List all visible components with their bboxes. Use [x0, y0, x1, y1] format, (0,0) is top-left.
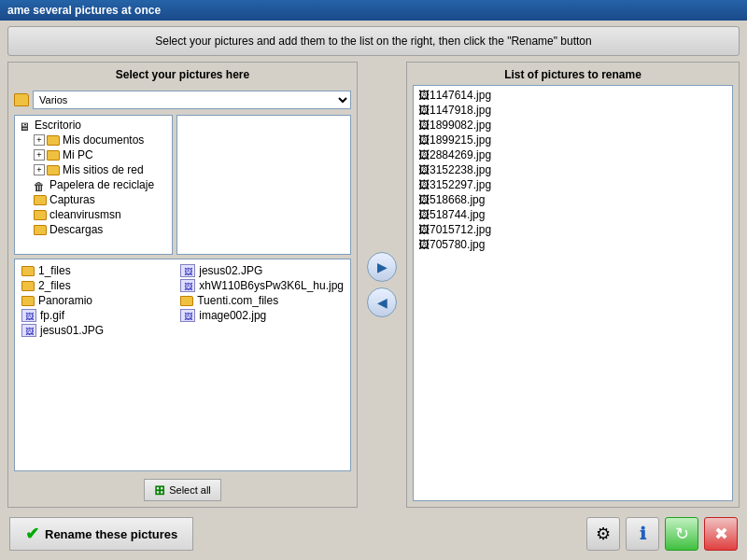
- rename-item-label-10: 7015712.jpg: [430, 223, 491, 236]
- tree-item-misdoc[interactable]: + Mis documentos: [17, 133, 170, 147]
- rename-item-1[interactable]: 🖼 1147614.jpg: [416, 88, 730, 103]
- file-icon-r2: 🖼: [418, 104, 430, 117]
- rename-item-label-11: 705780.jpg: [430, 238, 485, 251]
- rename-list: 🖼 1147614.jpg 🖼 1147918.jpg 🖼 1899082.jp…: [413, 85, 733, 501]
- file-item-tuenti[interactable]: Tuenti.com_files: [177, 293, 346, 308]
- right-panel-title: List of pictures to rename: [413, 68, 733, 85]
- expand-icon-mipc[interactable]: +: [34, 149, 45, 161]
- file-icon-image002: 🖼: [180, 309, 195, 322]
- select-all-button[interactable]: ⊞ Select all: [144, 479, 221, 501]
- folder-file-icon-pan: [21, 296, 35, 306]
- rename-item-label-3: 1899082.jpg: [430, 119, 491, 132]
- add-to-list-button[interactable]: ▶: [367, 252, 397, 282]
- rename-item-5[interactable]: 🖼 2884269.jpg: [416, 147, 730, 162]
- close-button[interactable]: ✖: [704, 517, 738, 551]
- rename-item-2[interactable]: 🖼 1147918.jpg: [416, 103, 730, 118]
- instruction-text: Select your pictures and add them to the…: [155, 35, 591, 48]
- tree-and-preview: 🖥 Escritorio + Mis documentos + Mi PC: [14, 115, 351, 255]
- add-arrow-icon: ▶: [377, 259, 388, 274]
- file-item-1files[interactable]: 1_files: [19, 263, 177, 278]
- rename-item-label-1: 1147614.jpg: [430, 89, 491, 102]
- tree-item-mipc[interactable]: + Mi PC: [17, 147, 170, 162]
- select-all-label: Select all: [169, 484, 211, 496]
- right-panel: List of pictures to rename 🖼 1147614.jpg…: [406, 62, 740, 508]
- tree-label-missitios: Mis sitios de red: [63, 163, 144, 176]
- file-icon-r7: 🖼: [418, 178, 430, 191]
- settings-icon: ⚙: [596, 524, 611, 544]
- tree-item-descargas[interactable]: Descargas: [17, 222, 170, 237]
- folder-icon-missitios: [47, 165, 60, 175]
- main-container: Select your pictures and add them to the…: [0, 21, 747, 560]
- file-name-1files: 1_files: [38, 264, 71, 277]
- bottom-bar: ✔ Rename these pictures ⚙ ℹ ↻ ✖: [7, 513, 740, 553]
- folder-file-icon: [21, 266, 35, 276]
- bottom-icons: ⚙ ℹ ↻ ✖: [586, 517, 738, 551]
- rename-item-11[interactable]: 🖼 705780.jpg: [416, 237, 730, 252]
- file-item-panoramio[interactable]: Panoramio: [19, 293, 177, 308]
- folder-icon-mipc: [47, 150, 60, 161]
- settings-button[interactable]: ⚙: [586, 517, 620, 551]
- tree-item-escritorio[interactable]: 🖥 Escritorio: [17, 118, 170, 133]
- file-icon-r5: 🖼: [418, 148, 430, 161]
- preview-box: [176, 115, 351, 255]
- file-icon-xhw: 🖼: [180, 279, 195, 292]
- file-name-2files: 2_files: [38, 279, 71, 292]
- tree-label-cleanvirus: cleanvirusmsn: [49, 208, 121, 221]
- file-icon-r9: 🖼: [418, 208, 430, 221]
- remove-arrow-icon: ◀: [377, 295, 388, 310]
- info-button[interactable]: ℹ: [626, 517, 659, 551]
- tree-label-papelera: Papelera de reciclaje: [49, 178, 154, 191]
- file-icon-r4: 🖼: [418, 133, 430, 147]
- file-item-fp[interactable]: 🖼 fp.gif: [19, 308, 177, 323]
- rename-item-10[interactable]: 🖼 7015712.jpg: [416, 222, 730, 237]
- rename-pictures-button[interactable]: ✔ Rename these pictures: [9, 517, 193, 551]
- file-icon-r1: 🖼: [418, 89, 430, 102]
- tree-label-escritorio: Escritorio: [35, 119, 81, 132]
- file-item-2files[interactable]: 2_files: [19, 278, 177, 293]
- file-name-tuenti: Tuenti.com_files: [197, 294, 278, 307]
- refresh-button[interactable]: ↻: [665, 517, 698, 551]
- file-icon-r11: 🖼: [418, 238, 430, 251]
- refresh-icon: ↻: [675, 524, 689, 544]
- content-area: Select your pictures here Varios 🖥 Escri…: [7, 62, 740, 508]
- rename-item-8[interactable]: 🖼 518668.jpg: [416, 192, 730, 207]
- file-icon-fp: 🖼: [21, 309, 36, 322]
- tree-label-capturas: Capturas: [49, 193, 95, 206]
- file-item-jesus01[interactable]: 🖼 jesus01.JPG: [19, 323, 177, 338]
- file-item-xhw[interactable]: 🖼 xhW110B6ysPw3K6L_hu.jpg: [177, 278, 346, 293]
- tree-area: 🖥 Escritorio + Mis documentos + Mi PC: [14, 115, 173, 255]
- file-name-xhw: xhW110B6ysPw3K6L_hu.jpg: [199, 279, 344, 292]
- left-panel: Select your pictures here Varios 🖥 Escri…: [7, 62, 358, 508]
- tree-item-missitios[interactable]: + Mis sitios de red: [17, 162, 170, 177]
- file-icon-r6: 🖼: [418, 163, 430, 176]
- folder-dropdown-area: Varios: [14, 89, 351, 111]
- expand-icon-misdoc[interactable]: +: [34, 134, 45, 146]
- rename-item-7[interactable]: 🖼 3152297.jpg: [416, 177, 730, 192]
- tree-label-mipc: Mi PC: [63, 148, 93, 161]
- rename-item-label-8: 518668.jpg: [430, 193, 485, 206]
- rename-item-9[interactable]: 🖼 518744.jpg: [416, 207, 730, 222]
- rename-item-label-7: 3152297.jpg: [430, 178, 491, 191]
- trash-icon: 🗑: [34, 180, 47, 190]
- folder-icon: [14, 93, 29, 106]
- tree-item-cleanvirus[interactable]: cleanvirusmsn: [17, 207, 170, 222]
- tree-item-papelera[interactable]: 🗑 Papelera de reciclaje: [17, 177, 170, 192]
- rename-item-4[interactable]: 🖼 1899215.jpg: [416, 133, 730, 147]
- title-bar: ame several pictures at once: [0, 0, 747, 21]
- files-list-area: 1_files 🖼 jesus02.JPG 2_files 🖼 xhW110B6…: [14, 259, 351, 471]
- file-item-image002[interactable]: 🖼 image002.jpg: [177, 308, 346, 323]
- files-grid: 1_files 🖼 jesus02.JPG 2_files 🖼 xhW110B6…: [17, 261, 348, 340]
- folder-icon-capturas: [34, 195, 47, 205]
- folder-dropdown[interactable]: Varios: [33, 91, 351, 109]
- file-item-jesus02[interactable]: 🖼 jesus02.JPG: [177, 263, 346, 278]
- file-name-panoramio: Panoramio: [38, 294, 92, 307]
- tree-item-capturas[interactable]: Capturas: [17, 192, 170, 207]
- rename-item-6[interactable]: 🖼 3152238.jpg: [416, 162, 730, 177]
- file-icon-jesus01: 🖼: [21, 324, 36, 337]
- remove-from-list-button[interactable]: ◀: [367, 287, 397, 317]
- folder-file-icon-2: [21, 281, 35, 291]
- tree-label-misdoc: Mis documentos: [63, 133, 144, 147]
- expand-icon-missitios[interactable]: +: [34, 164, 45, 175]
- file-name-jesus01: jesus01.JPG: [40, 324, 104, 337]
- rename-item-3[interactable]: 🖼 1899082.jpg: [416, 118, 730, 133]
